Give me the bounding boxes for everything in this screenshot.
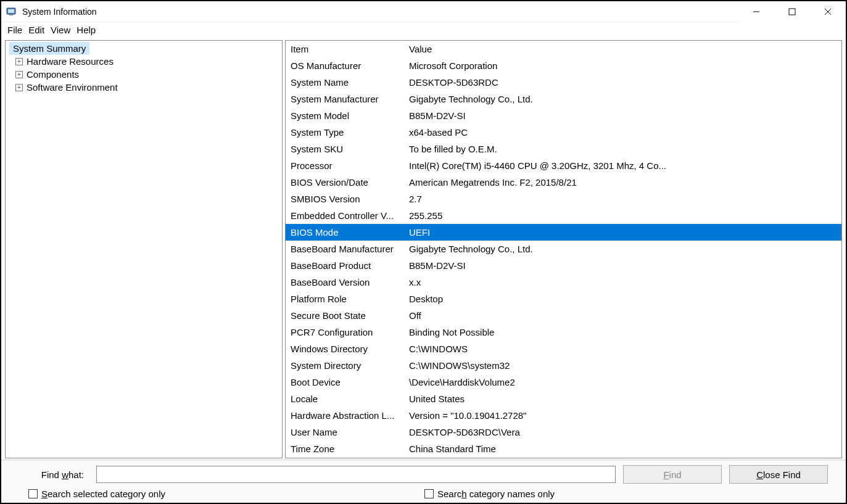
- table-row[interactable]: LocaleUnited States: [286, 390, 841, 407]
- cell-item: PCR7 Configuration: [286, 327, 409, 337]
- cell-item: Windows Directory: [286, 344, 409, 354]
- table-row[interactable]: ProcessorIntel(R) Core(TM) i5-4460 CPU @…: [286, 157, 841, 174]
- table-row[interactable]: System SKUTo be filled by O.E.M.: [286, 141, 841, 157]
- cell-item: BIOS Version/Date: [286, 177, 409, 188]
- cell-value: C:\WINDOWS: [409, 344, 841, 354]
- table-row[interactable]: System Typex64-based PC: [286, 124, 841, 141]
- cell-item: System SKU: [286, 144, 409, 154]
- menu-file[interactable]: File: [7, 25, 22, 35]
- close-button[interactable]: [810, 1, 846, 22]
- find-panel: Find what: Find Close Find Search select…: [1, 460, 846, 503]
- cell-value: DESKTOP-5D63RDC\Vera: [409, 427, 841, 437]
- table-row[interactable]: Platform RoleDesktop: [286, 291, 841, 307]
- tree-expand-icon[interactable]: +: [15, 58, 23, 65]
- details-pane: Item Value OS ManufacturerMicrosoft Corp…: [285, 40, 842, 458]
- cell-value: UEFI: [409, 227, 841, 238]
- system-information-window: System Information File Edit View Help S…: [0, 0, 847, 504]
- table-row[interactable]: Boot Device\Device\HarddiskVolume2: [286, 374, 841, 390]
- cell-value: DESKTOP-5D63RDC: [409, 77, 841, 88]
- column-header-value[interactable]: Value: [409, 44, 841, 54]
- menu-edit[interactable]: Edit: [28, 25, 44, 35]
- table-row[interactable]: System DirectoryC:\WINDOWS\system32: [286, 357, 841, 374]
- tree-root-system-summary[interactable]: System Summary: [9, 42, 89, 55]
- cell-item: Processor: [286, 160, 409, 171]
- cell-item: System Name: [286, 77, 409, 88]
- cell-item: SMBIOS Version: [286, 194, 409, 204]
- search-selected-category-checkbox[interactable]: Search selected category only: [28, 489, 165, 499]
- table-row[interactable]: Windows DirectoryC:\WINDOWS: [286, 341, 841, 357]
- table-row[interactable]: BIOS Version/DateAmerican Megatrends Inc…: [286, 174, 841, 191]
- cell-item: BaseBoard Version: [286, 277, 409, 287]
- svg-rect-2: [9, 14, 13, 15]
- find-button[interactable]: Find: [623, 465, 722, 484]
- app-icon: [6, 6, 17, 17]
- svg-rect-1: [8, 9, 14, 13]
- checkbox-box-icon: [424, 489, 434, 498]
- minimize-button[interactable]: [738, 1, 774, 22]
- cell-value: To be filled by O.E.M.: [409, 144, 841, 154]
- table-row[interactable]: BaseBoard ManufacturerGigabyte Technolog…: [286, 241, 841, 257]
- tree-item[interactable]: +Software Environment: [6, 81, 282, 94]
- cell-item: System Model: [286, 110, 409, 121]
- titlebar: System Information: [1, 1, 846, 22]
- table-row[interactable]: BaseBoard Versionx.x: [286, 274, 841, 291]
- cell-value: 255.255: [409, 210, 841, 221]
- table-row[interactable]: PCR7 ConfigurationBinding Not Possible: [286, 324, 841, 341]
- tree-expand-icon[interactable]: +: [15, 84, 23, 91]
- tree-item-label: Components: [27, 69, 79, 80]
- cell-item: System Directory: [286, 360, 409, 371]
- find-row-controls: Find what: Find Close Find: [7, 465, 840, 484]
- cell-item: Secure Boot State: [286, 310, 409, 321]
- tree-expand-icon[interactable]: +: [15, 71, 23, 78]
- tree-item-label: Software Environment: [27, 82, 118, 93]
- table-row[interactable]: Secure Boot StateOff: [286, 307, 841, 324]
- table-row[interactable]: System ModelB85M-D2V-SI: [286, 107, 841, 124]
- cell-value: 2.7: [409, 194, 841, 204]
- cell-value: Gigabyte Technology Co., Ltd.: [409, 94, 841, 104]
- close-find-button[interactable]: Close Find: [729, 465, 828, 484]
- menu-view[interactable]: View: [51, 25, 70, 35]
- tree-item[interactable]: +Components: [6, 68, 282, 81]
- cell-item: Platform Role: [286, 294, 409, 304]
- cell-value: C:\WINDOWS\system32: [409, 360, 841, 371]
- content-area: System Summary +Hardware Resources+Compo…: [1, 38, 846, 460]
- cell-value: Gigabyte Technology Co., Ltd.: [409, 244, 841, 254]
- cell-value: Desktop: [409, 294, 841, 304]
- tree-item[interactable]: +Hardware Resources: [6, 55, 282, 68]
- table-row[interactable]: Hardware Abstraction L...Version = "10.0…: [286, 407, 841, 424]
- cell-item: System Manufacturer: [286, 94, 409, 104]
- cell-item: Locale: [286, 394, 409, 404]
- cell-value: Off: [409, 310, 841, 321]
- table-row[interactable]: User NameDESKTOP-5D63RDC\Vera: [286, 424, 841, 440]
- window-controls: [738, 1, 846, 22]
- cell-item: Boot Device: [286, 377, 409, 387]
- details-list[interactable]: Item Value OS ManufacturerMicrosoft Corp…: [286, 41, 841, 458]
- column-header-item[interactable]: Item: [286, 44, 409, 54]
- category-tree[interactable]: System Summary +Hardware Resources+Compo…: [5, 40, 283, 458]
- svg-rect-4: [789, 9, 795, 15]
- table-row[interactable]: BIOS ModeUEFI: [286, 224, 841, 241]
- details-header-row[interactable]: Item Value: [286, 41, 841, 57]
- cell-item: OS Manufacturer: [286, 60, 409, 71]
- table-row[interactable]: BaseBoard ProductB85M-D2V-SI: [286, 257, 841, 274]
- find-input[interactable]: [96, 466, 616, 483]
- cell-value: B85M-D2V-SI: [409, 260, 841, 271]
- menubar: File Edit View Help: [1, 22, 846, 38]
- menu-help[interactable]: Help: [76, 25, 96, 35]
- tree-item-label: Hardware Resources: [27, 56, 114, 67]
- table-row[interactable]: System ManufacturerGigabyte Technology C…: [286, 91, 841, 107]
- maximize-button[interactable]: [774, 1, 810, 22]
- table-row[interactable]: System NameDESKTOP-5D63RDC: [286, 74, 841, 91]
- table-row[interactable]: OS ManufacturerMicrosoft Corporation: [286, 57, 841, 74]
- cell-value: x.x: [409, 277, 841, 287]
- table-row[interactable]: Time ZoneChina Standard Time: [286, 440, 841, 457]
- cell-item: System Type: [286, 127, 409, 138]
- table-row[interactable]: SMBIOS Version2.7: [286, 191, 841, 207]
- cell-value: Intel(R) Core(TM) i5-4460 CPU @ 3.20GHz,…: [409, 160, 841, 171]
- table-row[interactable]: Embedded Controller V...255.255: [286, 207, 841, 224]
- cell-item: Time Zone: [286, 444, 409, 454]
- search-category-names-checkbox[interactable]: Search category names only: [424, 489, 555, 499]
- cell-item: Hardware Abstraction L...: [286, 410, 409, 421]
- cell-value: United States: [409, 394, 841, 404]
- cell-item: User Name: [286, 427, 409, 437]
